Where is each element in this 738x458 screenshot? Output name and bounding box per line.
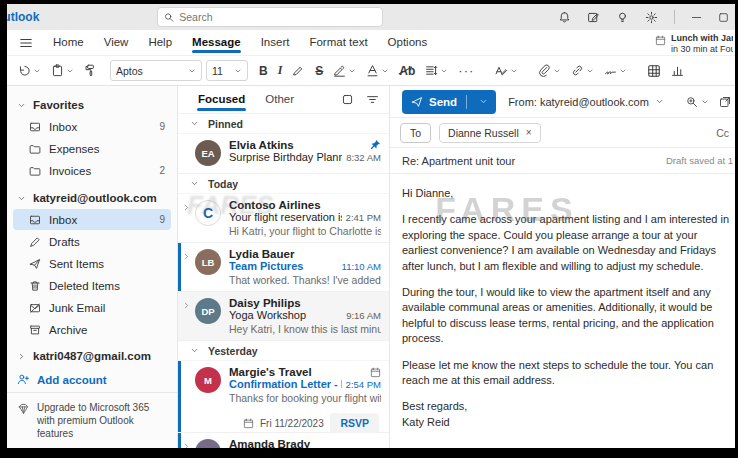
message-row-elvia[interactable]: EA Elvia Atkins Surprise Birthday Planni… [178,134,389,174]
folder-label: Inbox [49,121,151,133]
message-row-lydia[interactable]: LB Lydia Bauer Team Pictures 11:10 AM Th… [178,243,389,292]
sender-name: Elvia Atkins [229,139,365,151]
notifications-bell-icon[interactable] [558,11,571,24]
format-painter-button[interactable] [81,61,100,80]
clear-formatting-button[interactable]: Ab [396,61,418,81]
feedback-icon[interactable] [587,11,600,24]
send-button[interactable]: Send [402,90,496,114]
ellipsis-icon: ··· [458,63,474,78]
sender-name: Lydia Bauer [229,248,381,260]
reminder-title: Lunch with Jane [671,33,733,43]
subject-field[interactable]: Re: Apartment unit tour [402,155,666,167]
tab-options[interactable]: Options [378,31,438,54]
main-content: Favorites Inbox 9 Expenses Invoices 2 ka… [7,86,735,448]
body-paragraph: Best regards, [402,399,733,414]
tab-home[interactable]: Home [43,31,94,54]
junk-mail-icon [29,302,41,314]
underline-button[interactable] [289,61,308,80]
add-account-button[interactable]: Add account [7,367,177,392]
strikethrough-button[interactable]: S [312,61,326,81]
sidebar-item-expenses[interactable]: Expenses [13,138,171,159]
sidebar-item-invoices[interactable]: Invoices 2 [13,160,171,181]
sidebar-item-junk[interactable]: Junk Email [13,297,171,318]
tab-format-text[interactable]: Format text [299,31,377,54]
message-row-contoso[interactable]: C Contoso Airlines Your flight reservati… [178,194,389,243]
filter-icon[interactable] [366,93,379,106]
recipient-pill[interactable]: Dianne Russell × [439,123,540,143]
calendar-reminder[interactable]: Lunch with Jane in 30 min at Fou [655,33,733,56]
to-button[interactable]: To [400,123,431,143]
insert-table-button[interactable] [644,61,664,81]
font-color-button[interactable] [363,61,392,80]
zoom-control[interactable] [686,96,709,108]
line-spacing-button[interactable] [422,61,451,80]
minimize-button[interactable] [691,12,702,23]
font-family-select[interactable]: Aptos [110,60,202,81]
select-messages-icon[interactable] [341,93,354,106]
attach-file-button[interactable] [535,61,564,80]
recipients-row: To Dianne Russell × Cc [390,118,735,148]
message-time: 2:41 PM [346,212,381,223]
sidebar-item-drafts[interactable]: Drafts [13,231,171,252]
body-paragraph: Katy Reid [402,415,733,430]
favorites-header[interactable]: Favorites [7,94,177,116]
cc-button[interactable]: Cc [716,127,729,139]
group-header-pinned[interactable]: Pinned [178,114,389,134]
message-row-daisy[interactable]: DP Daisy Philips Yoga Workshop 9:16 AM H… [178,292,389,341]
tab-other[interactable]: Other [259,89,300,111]
upgrade-banner[interactable]: Upgrade to Microsoft 365 with premium Ou… [7,392,177,448]
tips-lightbulb-icon[interactable] [616,11,629,24]
font-size-select[interactable]: 11 [206,60,248,81]
font-size-value: 11 [212,65,223,77]
paste-button[interactable] [48,61,77,80]
app-logo-wrap: Outlook [7,10,67,24]
message-body-editor[interactable]: Hi Dianne, I recently came across your a… [390,174,735,440]
undo-button[interactable] [15,61,44,80]
insert-link-button[interactable] [568,61,597,80]
signature-button[interactable] [601,61,630,80]
hamburger-menu-icon[interactable] [19,36,33,50]
sidebar-item-inbox[interactable]: Inbox 9 [13,209,171,230]
inbox-icon [29,121,41,133]
sidebar-item-archive[interactable]: Archive [13,319,171,340]
premium-diamond-icon [17,402,30,415]
rsvp-button[interactable]: RSVP [330,413,379,433]
tab-help[interactable]: Help [138,31,182,54]
calendar-icon [655,35,666,46]
tab-view[interactable]: View [94,31,139,54]
recipient-name: Dianne Russell [448,127,519,139]
account-email: katyreid@outlook.com [33,192,157,204]
subject-row[interactable]: Re: Apartment unit tour Draft saved at 1 [390,148,735,174]
bold-button[interactable]: B [256,61,271,81]
app-title: Outlook [7,10,67,24]
group-header-today[interactable]: Today [178,174,389,194]
group-header-yesterday[interactable]: Yesterday [178,341,389,361]
sidebar-item-deleted[interactable]: Deleted Items [13,275,171,296]
tab-message[interactable]: Message [182,31,251,54]
send-options-chevron[interactable] [473,97,494,106]
sidebar-item-favorites-inbox[interactable]: Inbox 9 [13,116,171,137]
search-box[interactable] [157,7,383,27]
secondary-account-header[interactable]: katri0487@gmail.com [7,345,177,367]
maximize-button[interactable] [718,12,729,23]
open-in-new-window-icon[interactable] [719,96,731,108]
more-format-options-button[interactable]: ··· [455,60,477,81]
tab-insert[interactable]: Insert [251,31,300,54]
italic-button[interactable]: I [275,60,286,81]
styles-button[interactable] [491,61,521,80]
sender-name: Margie's Travel [229,366,366,378]
settings-gear-icon[interactable] [645,11,658,24]
from-selector[interactable]: From: katyreid@outlook.com [508,96,664,108]
account-header[interactable]: katyreid@outlook.com [7,187,177,209]
sidebar-item-sent[interactable]: Sent Items [13,253,171,274]
search-input[interactable] [179,11,376,23]
folder-sidebar: Favorites Inbox 9 Expenses Invoices 2 ka… [7,86,178,448]
message-row-amanda[interactable]: AB Amanda Brady Apartment Parking Spot O… [178,433,389,448]
message-time: 9:16 AM [346,310,381,321]
insert-chart-button[interactable] [668,61,687,80]
highlight-button[interactable] [330,61,359,80]
tab-focused[interactable]: Focused [192,89,251,111]
message-subject: Yoga Workshop [229,309,342,321]
remove-recipient-icon[interactable]: × [526,127,532,138]
message-row-margie[interactable]: M Margie's Travel Confirmation Letter - … [178,361,389,433]
